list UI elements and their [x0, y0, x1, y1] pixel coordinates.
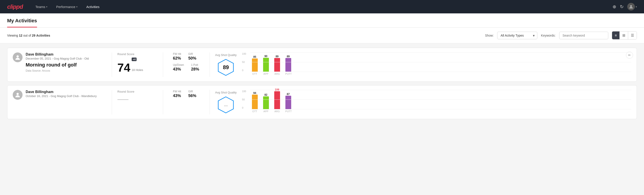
card-content: Dave Billingham December 05, 2021 - Gog …: [13, 52, 631, 77]
activity-type-select[interactable]: All Activity Types: [497, 32, 537, 39]
score-dash: [117, 99, 128, 100]
bar-putt-2: [286, 96, 291, 109]
user-info-2: Dave Billingham October 16, 2021 - Gog M…: [26, 90, 96, 100]
score-badge: +4: [132, 58, 137, 61]
updown-label: Up/Down: [173, 63, 184, 66]
y-axis-2: 100 50 0: [242, 90, 246, 109]
stat-row-2: Up/Down 43% 1 Putt 28%: [173, 63, 200, 72]
performance-chevron-icon: ▾: [76, 6, 78, 8]
nav-item-activities[interactable]: Activities: [83, 3, 103, 10]
hexagon: 89: [217, 58, 235, 76]
page-header: My Activities: [0, 14, 644, 28]
bar-arg-2: [274, 91, 280, 109]
bar-value-putt-2: 87: [287, 92, 290, 96]
x-axis: OTT APP ARG PUTT: [250, 72, 631, 75]
gir-label: GIR: [188, 52, 196, 56]
user-info: Dave Billingham December 05, 2021 - Gog …: [26, 52, 89, 72]
score-section-2: Round Score: [117, 90, 158, 104]
x-label-putt-2: PUTT: [286, 110, 291, 113]
logo[interactable]: clippd: [7, 3, 23, 10]
viewing-count-text: Viewing 12 out of 29 Activities: [7, 34, 481, 37]
x-label-app: APP: [263, 72, 269, 75]
y-axis: 100 50 0: [242, 52, 246, 72]
quality-section: Avg Shot Quality 89 100 50: [215, 52, 631, 77]
grid-line-100: [250, 52, 631, 53]
fw-hit-stat-2: FW Hit 43%: [173, 90, 181, 98]
score-number: 74: [117, 62, 130, 74]
y-label-50-2: 50: [242, 98, 246, 101]
one-putt-stat: 1 Putt 28%: [191, 63, 199, 72]
x-label-arg-2: ARG: [274, 110, 280, 113]
stats-section: FW Hit 62% GIR 50% Up/Down 43% 1 Putt: [168, 52, 204, 74]
hexagon-container: Avg Shot Quality 89: [215, 53, 237, 76]
bar-group-arg: 89: [274, 55, 280, 72]
nav-item-performance[interactable]: Performance ▾: [53, 3, 81, 10]
score-display: 74 +4 18 Holes: [117, 58, 153, 74]
bar-app-2: [263, 96, 269, 109]
show-label: Show:: [485, 34, 494, 37]
y-label-0-2: 0: [242, 106, 246, 109]
hexagon-score: 89: [223, 64, 229, 70]
x-label-arg: ARG: [274, 72, 280, 75]
navbar: clippd Teams ▾ Performance ▾ Activities …: [0, 0, 644, 14]
hexagon-container-2: Avg Shot Quality ...: [215, 91, 237, 114]
avg-shot-quality-label-2: Avg Shot Quality: [215, 91, 237, 94]
grid-icon: ⊞: [622, 34, 625, 37]
card-content-2: Dave Billingham October 16, 2021 - Gog M…: [13, 90, 631, 114]
bar-group-app: 90: [263, 55, 269, 72]
fw-hit-label: FW Hit: [173, 52, 181, 56]
nav-item-teams[interactable]: Teams ▾: [32, 3, 51, 10]
hexagon-2: ...: [217, 96, 235, 114]
fw-hit-value-2: 43%: [173, 94, 181, 98]
gir-value: 50%: [188, 56, 196, 61]
viewing-count: 12: [19, 34, 22, 37]
bar-group-ott-2: 94: [252, 92, 258, 109]
bar-arg: [274, 58, 280, 72]
user-name: Dave Billingham: [26, 52, 89, 56]
x-label-putt: PUTT: [286, 72, 291, 75]
fw-hit-stat: FW Hit 62%: [173, 52, 181, 61]
x-label-ott: OTT: [252, 72, 258, 75]
updown-stat: Up/Down 43%: [173, 63, 184, 72]
one-putt-value: 28%: [191, 67, 199, 72]
bar-value-app-2: 82: [264, 93, 267, 96]
view-list-compact-button[interactable]: ≡: [612, 32, 620, 39]
user-avatar-button[interactable]: ▾: [627, 3, 637, 10]
data-source: Data Source: Arccos: [26, 69, 89, 72]
list-compact-icon: ≡: [615, 34, 617, 37]
one-putt-label: 1 Putt: [191, 63, 199, 66]
card-divider-3: [210, 52, 210, 77]
refresh-icon[interactable]: ↻: [620, 4, 624, 9]
keyword-input[interactable]: [559, 32, 608, 39]
updown-value: 43%: [173, 67, 184, 72]
activity-card-2: Dave Billingham October 16, 2021 - Gog M…: [7, 85, 637, 119]
stat-row-1: FW Hit 62% GIR 50%: [173, 52, 200, 61]
card-left: Dave Billingham December 05, 2021 - Gog …: [13, 52, 106, 72]
bar-value-arg-2: 106: [275, 88, 280, 91]
user-avatar: [13, 52, 22, 62]
hexagon-score-2: ...: [224, 102, 228, 107]
add-icon[interactable]: ⊕: [612, 4, 616, 9]
activity-card: ✏ Dave Billingham December 05, 2021 - Go…: [7, 48, 637, 82]
activity-type-select-wrapper: All Activity Types: [497, 32, 537, 39]
viewing-label: Activities: [36, 34, 50, 37]
gir-stat: GIR 50%: [188, 52, 196, 61]
stats-section-2: FW Hit 43% GIR 56%: [168, 90, 204, 101]
bar-putt: [286, 58, 291, 72]
activity-title: Morning round of golf: [26, 62, 89, 68]
fw-hit-label-2: FW Hit: [173, 90, 181, 93]
bar-group-app-2: 82: [263, 93, 269, 109]
view-grid-button[interactable]: ⊞: [620, 32, 628, 39]
view-list-detail-button[interactable]: ☰: [628, 32, 637, 39]
svg-point-1: [16, 55, 19, 58]
grid-line-50: [250, 62, 631, 62]
bar-value-arg: 89: [276, 55, 278, 58]
stat-row-3: FW Hit 43% GIR 56%: [173, 90, 200, 98]
x-label-ott-2: OTT: [252, 110, 258, 113]
avg-shot-quality-label: Avg Shot Quality: [215, 53, 237, 57]
grid-line-0: [250, 72, 631, 72]
user-date: December 05, 2021 - Gog Magog Golf Club …: [26, 57, 89, 60]
nav-right: ⊕ ↻ ▾: [612, 3, 637, 10]
bar-value-ott: 85: [253, 55, 256, 58]
bar-value-ott-2: 94: [253, 92, 256, 94]
